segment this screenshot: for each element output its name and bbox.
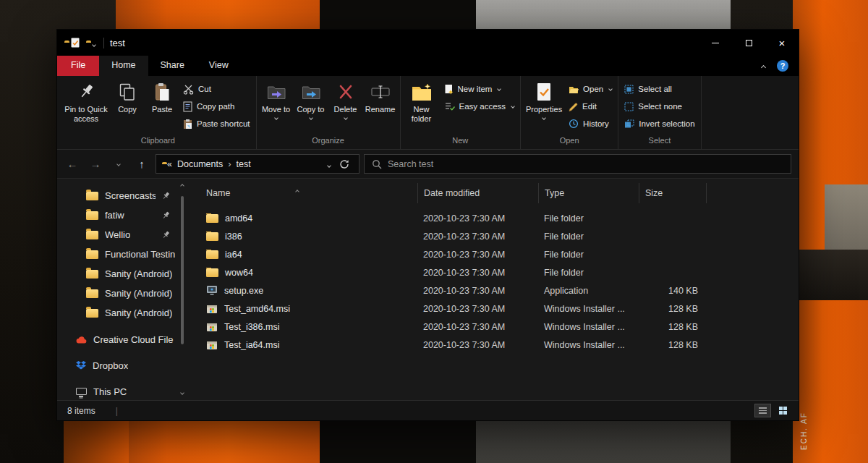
sidebar-item-sanity-android-2[interactable]: Sanity (Android) xyxy=(57,284,187,303)
folder-icon xyxy=(86,231,98,239)
thumbnails-view-button[interactable] xyxy=(775,404,791,417)
open-button[interactable]: Open xyxy=(565,82,616,96)
new-item-button[interactable]: New item xyxy=(441,82,519,96)
group-label-select: Select xyxy=(621,133,698,149)
address-dropdown-icon[interactable] xyxy=(328,159,331,169)
maximize-button[interactable] xyxy=(732,30,765,56)
folder-icon xyxy=(86,192,98,200)
column-headers: Name Date modified Type Size xyxy=(187,183,799,203)
search-box[interactable] xyxy=(364,154,791,174)
this-pc-icon xyxy=(76,388,87,395)
select-all-button[interactable]: Select all xyxy=(621,82,698,96)
file-row-i386[interactable]: i386 2020-10-23 7:30 AM File folder xyxy=(187,227,799,245)
file-row-wow64[interactable]: wow64 2020-10-23 7:30 AM File folder xyxy=(187,263,799,281)
breadcrumb[interactable]: « Documents › test xyxy=(156,154,359,174)
move-to-icon xyxy=(267,81,286,103)
tab-share[interactable]: Share xyxy=(148,56,197,76)
select-all-icon xyxy=(624,85,634,94)
easy-access-button[interactable]: Easy access xyxy=(441,99,519,114)
refresh-button[interactable] xyxy=(336,156,353,173)
new-folder-button[interactable]: New folder xyxy=(403,78,441,124)
search-input[interactable] xyxy=(388,159,783,169)
file-row-test-ia64-msi[interactable]: Test_ia64.msi 2020-10-23 7:30 AM Windows… xyxy=(187,336,799,354)
invert-selection-button[interactable]: Invert selection xyxy=(621,116,698,131)
forward-button[interactable]: → xyxy=(86,155,105,174)
help-icon[interactable]: ? xyxy=(777,60,788,72)
explorer-window: test × File Home Share View ? Pin to Qu xyxy=(56,29,799,421)
sort-ascending-icon xyxy=(296,185,299,195)
open-icon xyxy=(569,85,579,94)
up-button[interactable]: ↑ xyxy=(132,155,151,174)
copy-button[interactable]: Copy xyxy=(110,78,145,114)
column-header-name[interactable]: Name xyxy=(187,183,417,203)
column-header-type[interactable]: Type xyxy=(538,183,639,203)
column-header-date-modified[interactable]: Date modified xyxy=(417,183,538,203)
sidebar-item-sanity-android-3[interactable]: Sanity (Android) xyxy=(57,303,187,323)
move-to-button[interactable]: Move to xyxy=(259,78,294,119)
delete-button[interactable]: Delete xyxy=(328,78,363,119)
folder-icon xyxy=(86,289,98,298)
sidebar-item-dropbox[interactable]: Dropbox xyxy=(57,354,187,376)
sidebar-item-fatiw[interactable]: fatiw xyxy=(57,205,187,225)
caption-buttons: × xyxy=(699,30,799,56)
pin-to-quick-access-button[interactable]: Pin to Quick access xyxy=(62,78,110,124)
file-row-amd64[interactable]: amd64 2020-10-23 7:30 AM File folder xyxy=(187,209,799,227)
tab-file[interactable]: File xyxy=(57,56,99,76)
sidebar-item-wellio[interactable]: Wellio xyxy=(57,225,187,245)
breadcrumb-overflow-button[interactable]: « xyxy=(167,159,172,169)
tab-home[interactable]: Home xyxy=(99,56,148,76)
copy-path-button[interactable]: Copy path xyxy=(179,99,254,114)
details-view-button[interactable] xyxy=(754,404,771,417)
up-icon: ↑ xyxy=(139,158,145,170)
close-button[interactable]: × xyxy=(765,30,799,56)
tab-view[interactable]: View xyxy=(197,56,241,76)
collapse-ribbon-icon[interactable] xyxy=(762,59,765,72)
back-button[interactable]: ← xyxy=(63,155,82,174)
file-row-setup-exe[interactable]: setup.exe 2020-10-23 7:30 AM Application… xyxy=(187,281,799,300)
dropbox-icon xyxy=(76,361,86,370)
sidebar-item-this-pc[interactable]: This PC xyxy=(57,381,187,402)
address-bar: ← → ↑ « Documents › test xyxy=(57,150,799,179)
minimize-button[interactable] xyxy=(699,30,732,56)
qat-customize-chevron-icon[interactable] xyxy=(93,36,95,49)
file-row-ia64[interactable]: ia64 2020-10-23 7:30 AM File folder xyxy=(187,245,799,263)
column-header-size[interactable]: Size xyxy=(639,183,707,203)
copy-icon xyxy=(119,81,136,103)
qat-properties-icon[interactable] xyxy=(71,38,80,48)
group-label-new: New xyxy=(403,133,519,149)
chevron-down-icon xyxy=(116,162,121,166)
history-icon xyxy=(569,119,579,129)
move-to-dropdown-icon xyxy=(274,116,278,120)
sidebar-item-creative-cloud-files[interactable]: Creative Cloud File xyxy=(57,328,187,350)
select-none-button[interactable]: Select none xyxy=(621,99,698,114)
copy-to-button[interactable]: Copy to xyxy=(294,78,328,119)
paste-shortcut-button[interactable]: Paste shortcut xyxy=(179,116,254,131)
sidebar-item-sanity-android-1[interactable]: Sanity (Android) xyxy=(57,264,187,284)
properties-button[interactable]: Properties xyxy=(523,78,565,119)
cut-button[interactable]: Cut xyxy=(179,82,254,96)
ribbon-tab-row: File Home Share View ? xyxy=(57,56,799,76)
windows-installer-icon xyxy=(206,340,218,350)
select-none-icon xyxy=(624,102,634,111)
scroll-up-icon[interactable] xyxy=(181,182,184,190)
breadcrumb-segment-test[interactable]: test xyxy=(237,159,251,169)
paste-button[interactable]: Paste xyxy=(145,78,179,114)
recent-locations-button[interactable] xyxy=(109,155,128,174)
history-button[interactable]: History xyxy=(565,116,616,131)
desktop-bar-detail xyxy=(793,250,868,300)
edit-button[interactable]: Edit xyxy=(565,99,616,114)
sidebar-scrollbar[interactable] xyxy=(178,182,187,397)
creative-cloud-icon xyxy=(76,336,87,344)
scrollbar-thumb[interactable] xyxy=(181,196,184,344)
details-view-icon xyxy=(759,407,767,414)
file-row-test-amd64-msi[interactable]: Test_amd64.msi 2020-10-23 7:30 AM Window… xyxy=(187,300,799,318)
folder-icon xyxy=(86,270,98,279)
scroll-down-icon[interactable] xyxy=(181,388,184,397)
content: Screencasts fatiw Wellio Functional Test… xyxy=(57,179,799,400)
breadcrumb-segment-documents[interactable]: Documents xyxy=(177,159,223,169)
qat-separator xyxy=(103,38,104,48)
file-row-test-i386-msi[interactable]: Test_i386.msi 2020-10-23 7:30 AM Windows… xyxy=(187,318,799,336)
sidebar-item-screencasts[interactable]: Screencasts xyxy=(57,186,187,205)
sidebar-item-functional-testing[interactable]: Functional Testin xyxy=(57,245,187,264)
rename-button[interactable]: Rename xyxy=(363,78,398,114)
